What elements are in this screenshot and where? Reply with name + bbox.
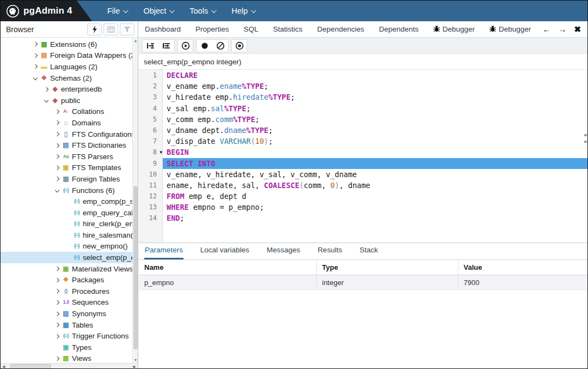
filter-button[interactable]: [120, 23, 134, 35]
chevron-right-icon[interactable]: [55, 267, 59, 271]
tab-dashboard-0[interactable]: Dashboard: [145, 25, 181, 33]
tree-item-types[interactable]: ▣Types: [1, 342, 132, 353]
tree-item-materialized-views[interactable]: ▣Materialized Views: [1, 263, 132, 275]
tab-debugger-6[interactable]: Debugger: [433, 25, 475, 34]
code-line-10: 10v_ename, v_hiredate, v_sal, v_comm, v_…: [139, 169, 588, 180]
tree-item-languages-2-[interactable]: ▬Languages (2): [1, 61, 132, 72]
tree-item-extensions-6-[interactable]: ▦Extensions (6): [1, 39, 132, 50]
tree-item-hire-clerk-p-en[interactable]: {≡}hire_clerk(p_en: [1, 219, 132, 230]
tree-item-schemas-2-[interactable]: ❖Schemas (2): [1, 72, 132, 84]
synonyms-icon: ▨: [62, 310, 70, 317]
code-token: 0: [330, 181, 335, 190]
tree-item-fts-configurations[interactable]: ▯FTS Configurations: [1, 129, 132, 140]
tab-local-variables[interactable]: Local variables: [200, 243, 250, 259]
scroll-tabs-left-icon[interactable]: ←: [542, 25, 550, 34]
chevron-right-icon[interactable]: [55, 110, 59, 114]
chevron-right-icon[interactable]: [55, 120, 59, 125]
postgresql-elephant-icon: [6, 4, 20, 18]
quick-search-button[interactable]: [87, 23, 102, 35]
tree-item-collations[interactable]: A↓Collations: [1, 106, 132, 118]
menu-help[interactable]: Help: [231, 7, 255, 15]
tab-sql-2[interactable]: SQL: [244, 25, 259, 33]
chevron-right-icon[interactable]: [33, 53, 38, 58]
menu-object[interactable]: Object: [143, 7, 173, 15]
foreign-data-wrappers-icon: ▤: [40, 52, 48, 59]
tab-statistics-3[interactable]: Statistics: [273, 25, 303, 33]
tree-chevron-cell: [31, 65, 40, 68]
tree-item-fts-parsers[interactable]: AaFTS Parsers: [1, 151, 132, 162]
chevron-right-icon[interactable]: [55, 166, 59, 170]
tree-item-foreign-data-wrappers-2-[interactable]: ▤Foreign Data Wrappers (2): [1, 50, 132, 62]
chevron-right-icon[interactable]: [33, 42, 38, 46]
tree-item-domains[interactable]: ⌂Domains: [1, 117, 132, 129]
tree-item-procedures[interactable]: {}Procedures: [1, 286, 132, 297]
close-panel-icon[interactable]: ✖: [574, 25, 581, 34]
tree-item-emp-query-cal[interactable]: {≡}emp_query_cal: [1, 207, 132, 219]
tree-item-fts-dictionaries[interactable]: ▤FTS Dictionaries: [1, 140, 132, 151]
scroll-down-icon[interactable]: ▼: [133, 358, 138, 362]
tree-item-synonyms[interactable]: ▨Synonyms: [1, 308, 132, 319]
toggle-breakpoint-button[interactable]: [197, 40, 212, 52]
tab-properties-1[interactable]: Properties: [195, 25, 229, 33]
chevron-down-icon[interactable]: [55, 188, 59, 192]
code-editor[interactable]: 1DECLARE2v_ename emp.ename%TYPE;3v_hired…: [139, 70, 588, 243]
menu-tools[interactable]: Tools: [189, 7, 215, 15]
object-explorer-button[interactable]: [103, 23, 118, 35]
stop-button[interactable]: [231, 39, 247, 52]
chevron-right-icon[interactable]: [33, 64, 38, 69]
chevron-right-icon[interactable]: [55, 334, 59, 338]
tree-horizontal-scrollbar[interactable]: ◀ ▶: [1, 363, 138, 369]
tree-item-trigger-functions[interactable]: {≡}Trigger Functions: [1, 330, 132, 342]
table-row[interactable]: p_empnointeger7900: [139, 275, 588, 290]
tree-item-new-empno-[interactable]: {≡}new_empno(): [1, 241, 132, 252]
tree-item-select-emp-p-e[interactable]: {≡}select_emp(p_e: [1, 252, 132, 263]
chevron-right-icon[interactable]: [55, 177, 59, 181]
chevron-right-icon[interactable]: [55, 356, 59, 361]
tree-horizontal-scroll-thumb[interactable]: [10, 364, 51, 369]
chevron-right-icon[interactable]: [44, 87, 48, 91]
tree-item-enterprisedb[interactable]: ◈enterprisedb: [1, 83, 132, 95]
tree-item-public[interactable]: ◈public: [1, 95, 132, 106]
clear-all-breakpoints-button[interactable]: [212, 40, 228, 52]
tab-messages[interactable]: Messages: [266, 243, 301, 259]
tree-vertical-scrollbar[interactable]: ▲ ▼: [132, 38, 138, 363]
editor-scrollbar-grip[interactable]: [584, 134, 587, 143]
tab-dependents-5[interactable]: Dependents: [379, 25, 419, 33]
tab-parameters[interactable]: Parameters: [144, 243, 183, 259]
tree-item-hire-salesman-[interactable]: {≡}hire_salesman(: [1, 229, 132, 241]
scroll-up-icon[interactable]: ▲: [133, 39, 138, 43]
scroll-left-icon[interactable]: ◀: [2, 364, 5, 369]
tree-vertical-scroll-thumb[interactable]: [133, 186, 138, 349]
step-over-button[interactable]: [158, 40, 174, 52]
code-token: WHERE: [167, 203, 189, 211]
chevron-right-icon[interactable]: [55, 323, 59, 327]
chevron-right-icon[interactable]: [55, 132, 59, 136]
tree-item-emp-comp-p-s[interactable]: {≡}emp_comp(p_s: [1, 196, 132, 207]
tree-item-fts-templates[interactable]: ▣FTS Templates: [1, 162, 132, 174]
chevron-right-icon[interactable]: [55, 300, 59, 305]
chevron-right-icon[interactable]: [55, 143, 59, 147]
tab-dependencies-4[interactable]: Dependencies: [317, 25, 364, 33]
chevron-down-icon[interactable]: [44, 98, 48, 102]
menu-file[interactable]: File: [107, 7, 127, 15]
tree-item-tables[interactable]: ▦Tables: [1, 319, 132, 331]
chevron-right-icon[interactable]: [55, 289, 59, 293]
step-into-button[interactable]: [143, 40, 158, 52]
tree-item-sequences[interactable]: 1.3Sequences: [1, 297, 132, 308]
scroll-right-icon[interactable]: ▶: [133, 364, 136, 369]
tab-results[interactable]: Results: [317, 243, 342, 259]
chevron-right-icon[interactable]: [55, 154, 59, 159]
continue-button[interactable]: [177, 39, 193, 52]
tab-stack[interactable]: Stack: [359, 243, 378, 259]
tree-item-packages[interactable]: ❖Packages: [1, 274, 132, 286]
code-line-1: 1DECLARE: [139, 70, 588, 81]
tree-item-label: Languages (2): [50, 63, 97, 71]
scroll-tabs-right-icon[interactable]: →: [558, 25, 566, 34]
tree-item-functions-6-[interactable]: {≡}Functions (6): [1, 185, 132, 196]
tree-item-foreign-tables[interactable]: ▦Foreign Tables: [1, 173, 132, 185]
chevron-down-icon[interactable]: [33, 76, 38, 80]
chevron-right-icon[interactable]: [55, 311, 59, 316]
tab-debugger-7[interactable]: Debugger: [489, 25, 531, 34]
tree-chevron-cell: [53, 189, 62, 192]
chevron-right-icon[interactable]: [55, 278, 59, 282]
